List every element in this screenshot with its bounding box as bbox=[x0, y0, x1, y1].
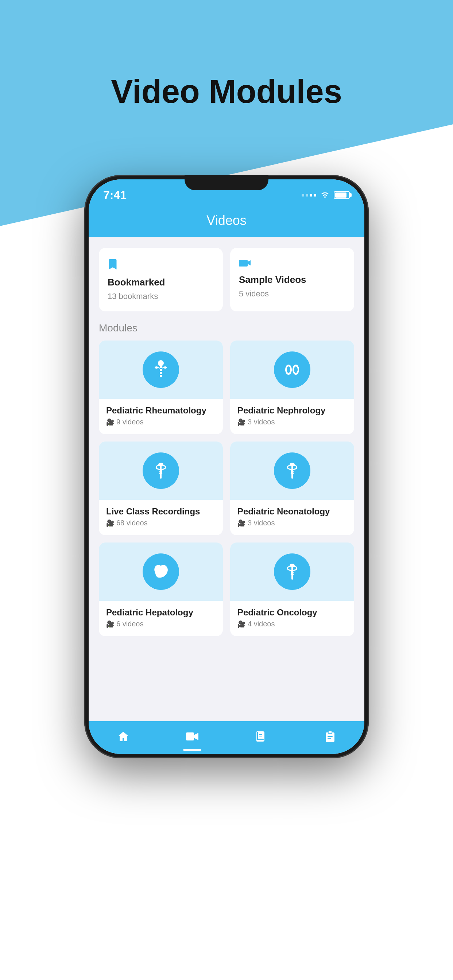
tab-videos[interactable] bbox=[158, 731, 226, 744]
module-circle-neonatology bbox=[274, 452, 310, 489]
module-info-rheumatology: Pediatric Rheumatology 🎥 9 videos bbox=[99, 399, 223, 434]
modules-grid: Pediatric Rheumatology 🎥 9 videos bbox=[99, 340, 354, 636]
svg-rect-3 bbox=[160, 372, 162, 374]
module-name-live-class: Live Class Recordings bbox=[106, 506, 215, 517]
svg-rect-4 bbox=[160, 375, 162, 377]
phone-notch bbox=[185, 175, 268, 190]
module-count-hepatology: 🎥 6 videos bbox=[106, 620, 215, 628]
svg-rect-19 bbox=[186, 732, 194, 740]
svg-point-12 bbox=[294, 366, 298, 373]
video-camera-icon bbox=[239, 258, 345, 270]
module-name-oncology: Pediatric Oncology bbox=[238, 608, 347, 617]
module-circle-live-class bbox=[143, 452, 179, 489]
svg-point-11 bbox=[287, 366, 290, 373]
signal-icon bbox=[301, 194, 316, 197]
tab-active-indicator bbox=[183, 749, 201, 751]
book-icon bbox=[256, 730, 266, 745]
svg-rect-20 bbox=[326, 732, 335, 742]
video-icon-oncology: 🎥 bbox=[238, 620, 246, 628]
svg-rect-21 bbox=[328, 731, 332, 733]
video-icon-hepatology: 🎥 bbox=[106, 620, 114, 628]
nav-bar: Videos bbox=[89, 204, 364, 237]
svg-rect-2 bbox=[160, 369, 162, 371]
video-icon-neonatology: 🎥 bbox=[238, 519, 246, 527]
svg-line-8 bbox=[162, 368, 163, 368]
sample-videos-card[interactable]: Sample Videos 5 videos bbox=[230, 248, 354, 311]
svg-point-6 bbox=[163, 366, 167, 369]
module-name-rheumatology: Pediatric Rheumatology bbox=[106, 406, 215, 415]
module-circle-nephrology bbox=[274, 352, 310, 388]
module-thumb-oncology bbox=[230, 542, 354, 601]
module-circle-rheumatology bbox=[143, 352, 179, 388]
tab-home[interactable] bbox=[89, 731, 158, 745]
module-circle-hepatology bbox=[143, 554, 179, 590]
module-card-neonatology[interactable]: Pediatric Neonatology 🎥 3 videos bbox=[230, 442, 354, 535]
quick-cards-row: Bookmarked 13 bookmarks Sample Videos 5 … bbox=[99, 248, 354, 311]
module-card-live-class[interactable]: Live Class Recordings 🎥 68 videos bbox=[99, 442, 223, 535]
clipboard-icon bbox=[325, 730, 335, 745]
sample-videos-label: Sample Videos bbox=[239, 274, 345, 285]
module-thumb-live-class bbox=[99, 442, 223, 500]
svg-point-18 bbox=[290, 564, 295, 567]
module-name-neonatology: Pediatric Neonatology bbox=[238, 506, 347, 517]
module-name-hepatology: Pediatric Hepatology bbox=[106, 608, 215, 617]
module-info-live-class: Live Class Recordings 🎥 68 videos bbox=[99, 500, 223, 535]
phone-frame: 7:41 Videos bbox=[84, 175, 369, 758]
module-card-rheumatology[interactable]: Pediatric Rheumatology 🎥 9 videos bbox=[99, 340, 223, 434]
page-title: Video Modules bbox=[0, 73, 453, 110]
svg-rect-23 bbox=[327, 738, 331, 739]
modules-section-label: Modules bbox=[99, 322, 354, 334]
video-icon-nephrology: 🎥 bbox=[238, 418, 246, 426]
video-icon-rheumatology: 🎥 bbox=[106, 418, 114, 426]
bookmarked-card[interactable]: Bookmarked 13 bookmarks bbox=[99, 248, 223, 311]
module-count-rheumatology: 🎥 9 videos bbox=[106, 418, 215, 426]
module-count-oncology: 🎥 4 videos bbox=[238, 620, 347, 628]
module-info-neonatology: Pediatric Neonatology 🎥 3 videos bbox=[230, 500, 354, 535]
module-info-oncology: Pediatric Oncology 🎥 4 videos bbox=[230, 601, 354, 636]
phone-screen: 7:41 Videos bbox=[89, 180, 364, 754]
bookmark-icon bbox=[108, 258, 214, 273]
tab-bar bbox=[89, 721, 364, 754]
battery-icon bbox=[334, 191, 350, 199]
module-thumb-neonatology bbox=[230, 442, 354, 500]
module-count-nephrology: 🎥 3 videos bbox=[238, 418, 347, 426]
wifi-icon bbox=[320, 190, 330, 200]
svg-rect-1 bbox=[160, 366, 162, 368]
nav-title: Videos bbox=[206, 213, 246, 228]
scroll-content[interactable]: Bookmarked 13 bookmarks Sample Videos 5 … bbox=[89, 237, 364, 721]
svg-line-7 bbox=[158, 368, 160, 368]
tab-book[interactable] bbox=[226, 730, 295, 745]
module-card-nephrology[interactable]: Pediatric Nephrology 🎥 3 videos bbox=[230, 340, 354, 434]
bookmarked-label: Bookmarked bbox=[108, 277, 214, 288]
module-thumb-rheumatology bbox=[99, 340, 223, 399]
svg-rect-22 bbox=[327, 736, 333, 737]
module-count-neonatology: 🎥 3 videos bbox=[238, 519, 347, 527]
status-icons bbox=[301, 190, 350, 200]
module-thumb-nephrology bbox=[230, 340, 354, 399]
tab-clipboard[interactable] bbox=[295, 730, 364, 745]
video-tab-icon bbox=[186, 731, 199, 744]
status-time: 7:41 bbox=[103, 188, 126, 202]
module-count-live-class: 🎥 68 videos bbox=[106, 519, 215, 527]
module-name-nephrology: Pediatric Nephrology bbox=[238, 406, 347, 415]
home-icon bbox=[118, 731, 129, 745]
video-icon-live-class: 🎥 bbox=[106, 519, 114, 527]
svg-point-16 bbox=[290, 463, 295, 466]
svg-point-5 bbox=[155, 366, 158, 369]
module-card-oncology[interactable]: Pediatric Oncology 🎥 4 videos bbox=[230, 542, 354, 636]
svg-point-0 bbox=[158, 360, 164, 366]
sample-videos-sub: 5 videos bbox=[239, 289, 345, 299]
module-thumb-hepatology bbox=[99, 542, 223, 601]
module-circle-oncology bbox=[274, 554, 310, 590]
module-card-hepatology[interactable]: Pediatric Hepatology 🎥 6 videos bbox=[99, 542, 223, 636]
module-info-hepatology: Pediatric Hepatology 🎥 6 videos bbox=[99, 601, 223, 636]
module-info-nephrology: Pediatric Nephrology 🎥 3 videos bbox=[230, 399, 354, 434]
bookmarked-sub: 13 bookmarks bbox=[108, 292, 214, 301]
